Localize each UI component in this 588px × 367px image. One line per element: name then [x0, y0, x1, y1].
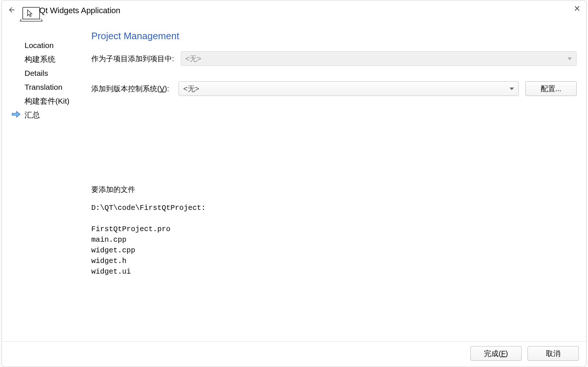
- files-section: 要添加的文件 D:\QT\code\FirstQtProject: FirstQ…: [91, 185, 577, 277]
- close-icon[interactable]: ✕: [574, 4, 580, 14]
- vcs-row: 添加到版本控制系统(V): <无> 配置...: [91, 81, 577, 96]
- sidebar-item-location[interactable]: Location: [11, 38, 84, 52]
- configure-button[interactable]: 配置...: [525, 81, 577, 96]
- combo-value: <无>: [183, 84, 199, 94]
- sidebar-item-details[interactable]: Details: [11, 66, 84, 80]
- files-label: 要添加的文件: [91, 185, 577, 194]
- sidebar-item-build-system[interactable]: 构建系统: [11, 52, 84, 66]
- sidebar-item-translation[interactable]: Translation: [11, 80, 84, 94]
- files-list: D:\QT\code\FirstQtProject: FirstQtProjec…: [91, 203, 577, 277]
- sidebar-item-label: 汇总: [25, 110, 40, 120]
- chevron-down-icon: [510, 88, 514, 90]
- wizard-title: Qt Widgets Application: [39, 6, 120, 15]
- subproject-row: 作为子项目添加到项目中: <无>: [91, 51, 577, 66]
- sidebar-item-label: Translation: [25, 83, 62, 92]
- sidebar-item-label: 构建系统: [25, 54, 55, 64]
- page-title: Project Management: [91, 30, 577, 42]
- app-window-icon: [22, 7, 40, 19]
- vcs-label: 添加到版本控制系统(V):: [91, 84, 172, 94]
- arrow-right-icon: [11, 110, 21, 120]
- subproject-combo: <无>: [181, 51, 577, 66]
- chevron-down-icon: [567, 58, 572, 60]
- subproject-label: 作为子项目添加到项目中:: [91, 54, 174, 64]
- sidebar-item-summary[interactable]: 汇总: [11, 108, 84, 122]
- dialog-header: Qt Widgets Application: [2, 0, 586, 19]
- dialog-footer: 完成(F) 取消: [2, 341, 586, 367]
- wizard-dialog: ✕ Qt Widgets Application Location 构建系统 D…: [1, 0, 587, 367]
- vcs-combo[interactable]: <无>: [179, 81, 519, 96]
- dialog-body: Location 构建系统 Details Translation 构建套件(K…: [2, 19, 586, 341]
- cancel-button[interactable]: 取消: [528, 346, 579, 361]
- sidebar-item-kits[interactable]: 构建套件(Kit): [11, 94, 84, 108]
- combo-value: <无>: [185, 54, 201, 64]
- finish-button[interactable]: 完成(F): [470, 346, 522, 361]
- wizard-sidebar: Location 构建系统 Details Translation 构建套件(K…: [11, 30, 84, 341]
- sidebar-item-label: Location: [25, 41, 54, 50]
- cursor-icon: [27, 9, 33, 17]
- sidebar-item-label: Details: [25, 69, 48, 78]
- sidebar-item-label: 构建套件(Kit): [25, 96, 70, 106]
- main-content: Project Management 作为子项目添加到项目中: <无> 添加到版…: [91, 30, 579, 341]
- back-arrow-icon[interactable]: [7, 6, 16, 16]
